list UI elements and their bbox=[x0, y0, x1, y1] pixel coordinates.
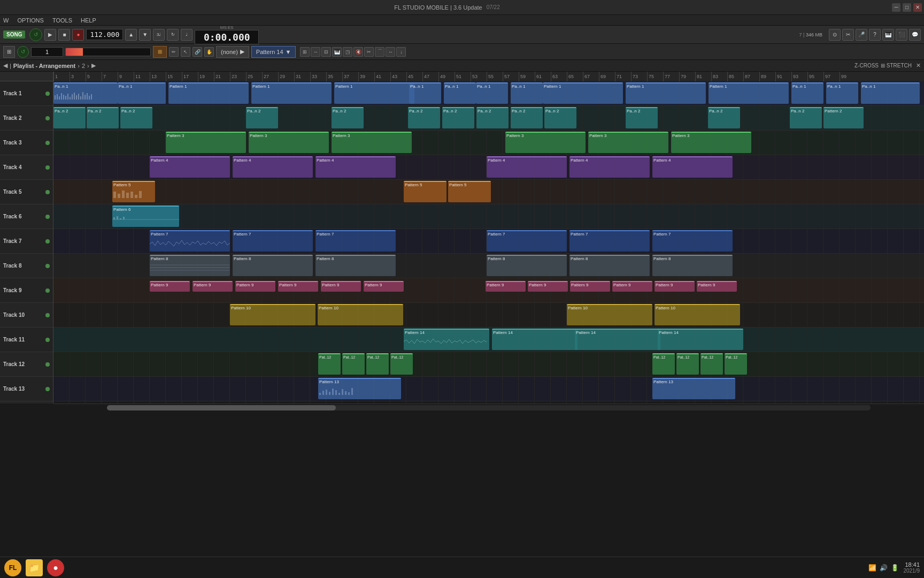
pattern-block[interactable]: Pattern 9 bbox=[654, 281, 695, 292]
pattern-block[interactable]: Pat..12 bbox=[342, 353, 365, 375]
pattern-block[interactable]: Pattern 14 bbox=[404, 329, 489, 350]
pattern-block[interactable]: Pattern 4 bbox=[315, 156, 396, 178]
pattern-block[interactable]: Pattern 7 bbox=[569, 230, 650, 252]
piano-roll-tool[interactable]: 🎹 bbox=[332, 47, 342, 57]
track-dot-8[interactable] bbox=[45, 264, 50, 268]
pattern-block[interactable]: Pattern 9 bbox=[235, 281, 275, 292]
maximize-button[interactable]: □ bbox=[903, 3, 911, 12]
track-row-11[interactable]: Pattern 14 Pattern 14 Pattern 14 Pattern… bbox=[53, 328, 924, 352]
track-row-8[interactable]: Pattern 8 Pattern 8 Pattern 8 Pattern 8 … bbox=[53, 254, 924, 278]
progress-bar[interactable] bbox=[65, 48, 151, 56]
pattern-block[interactable]: Pattern 4 bbox=[150, 156, 230, 178]
pattern-block[interactable]: Pat..12 bbox=[318, 353, 341, 375]
pattern-block[interactable]: Pattern 9 bbox=[150, 281, 190, 292]
pattern-block[interactable]: Pattern 9 bbox=[612, 281, 652, 292]
pattern-block[interactable]: Pattern 10 bbox=[567, 304, 652, 325]
track-row-13[interactable]: Pattern 13 Pattern 13 bbox=[53, 377, 924, 401]
track-row-3[interactable]: Pattern 3 Pattern 3 Pattern 3 Pattern 3 … bbox=[53, 131, 924, 155]
pattern-block[interactable]: Pa..n 2 bbox=[626, 107, 658, 128]
track-dot-11[interactable] bbox=[45, 338, 50, 342]
track-row-6[interactable]: Pattern 6 bbox=[53, 204, 924, 229]
track-row-1[interactable]: Pa..n 1 Pa..n 1 Pattern 1 Pattern 1 Patt… bbox=[53, 81, 924, 106]
pattern-block[interactable]: Pattern 1 bbox=[626, 82, 706, 104]
record-taskbar-icon[interactable]: ● bbox=[47, 559, 64, 576]
pattern-block[interactable]: Pattern 1 bbox=[334, 82, 414, 104]
pattern-block[interactable]: Pattern 14 bbox=[492, 329, 578, 350]
pattern-block[interactable]: Pattern 8 bbox=[487, 255, 567, 276]
pattern-block[interactable]: Pattern 9 bbox=[528, 281, 568, 292]
pattern-block[interactable]: Pattern 9 bbox=[486, 281, 526, 292]
save-tool[interactable]: ↓ bbox=[396, 47, 406, 57]
pattern-block[interactable]: Pattern 3 bbox=[505, 132, 586, 153]
track-dot-4[interactable] bbox=[45, 165, 50, 170]
pattern-block[interactable]: Pattern 10 bbox=[654, 304, 740, 325]
pattern-block[interactable]: Pat..12 bbox=[700, 353, 723, 375]
track-dot-12[interactable] bbox=[45, 362, 50, 367]
pattern-block[interactable]: Pattern 3 bbox=[588, 132, 668, 153]
pattern-block[interactable]: Pattern 9 bbox=[278, 281, 318, 292]
pattern-block[interactable]: Pa..n 2 bbox=[544, 107, 576, 128]
pattern-block[interactable]: Pattern 7 bbox=[652, 230, 733, 252]
pattern-block[interactable]: Pa..n 2 bbox=[708, 107, 740, 128]
plugin-tool[interactable]: ◳ bbox=[343, 47, 352, 57]
sidebar-toggle[interactable]: ⊞ bbox=[3, 46, 15, 58]
solo-tool[interactable]: ✂ bbox=[364, 47, 374, 57]
pattern-block[interactable]: Pattern 2 bbox=[823, 107, 864, 128]
separate-tool[interactable]: ↔ bbox=[311, 47, 320, 57]
snap-button[interactable]: 3♩ bbox=[153, 29, 165, 41]
channel-rack-button[interactable]: ⊞ bbox=[153, 46, 167, 58]
pattern-block[interactable]: Pattern 4 bbox=[487, 156, 567, 178]
pattern-block[interactable]: Pattern 3 bbox=[332, 132, 412, 153]
pattern-name-display[interactable]: Pattern 14 ▼ bbox=[251, 46, 296, 58]
pattern-block[interactable]: Pattern 1 bbox=[543, 82, 623, 104]
pattern-block[interactable]: Pa..n 2 bbox=[476, 107, 509, 128]
track-content[interactable]: Pa..n 1 Pa..n 1 Pattern 1 Pattern 1 Patt… bbox=[53, 81, 924, 404]
pattern-block[interactable]: Pattern 7 bbox=[150, 230, 230, 252]
pattern-block[interactable]: Pa..n 2 bbox=[332, 107, 364, 128]
playlist-close[interactable]: ✕ bbox=[916, 62, 921, 69]
pattern-block[interactable]: Pa..n 2 bbox=[511, 107, 543, 128]
pattern-block[interactable]: Pattern 5 bbox=[112, 181, 155, 202]
pattern-block[interactable]: Pat..12 bbox=[652, 353, 675, 375]
menu-item-options[interactable]: OPTIONS bbox=[16, 17, 45, 24]
pattern-block[interactable]: Pattern 9 bbox=[364, 281, 404, 292]
fl-studio-icon[interactable]: FL bbox=[4, 559, 21, 576]
pattern-block[interactable]: Pattern 8 bbox=[652, 255, 733, 276]
menu-item-help[interactable]: HELP bbox=[80, 17, 97, 24]
brush-tool[interactable]: 🔗 bbox=[192, 47, 202, 57]
playlist-nav-left[interactable]: ◀ bbox=[3, 62, 7, 69]
pitch-down-button[interactable]: ▼ bbox=[139, 29, 151, 41]
pattern-block[interactable]: Pattern 14 bbox=[575, 329, 660, 350]
pattern-block[interactable]: Pattern 13 bbox=[318, 378, 401, 399]
pattern-block[interactable]: Pat..12 bbox=[390, 353, 413, 375]
menu-item-tools[interactable]: TOOLS bbox=[51, 17, 73, 24]
pattern-block[interactable]: Pattern 13 bbox=[652, 378, 735, 399]
song-position[interactable]: 1 bbox=[31, 47, 63, 57]
pattern-block[interactable]: Pattern 4 bbox=[652, 156, 733, 178]
pan-tool[interactable]: ↔ bbox=[386, 47, 395, 57]
pattern-block[interactable]: Pattern 5 bbox=[404, 181, 446, 202]
metronome-button[interactable]: ♩ bbox=[181, 29, 192, 41]
pattern-block[interactable]: Pa..n 2 bbox=[120, 107, 152, 128]
pattern-block[interactable]: Pattern 7 bbox=[233, 230, 313, 252]
curve-tool[interactable]: ⌒ bbox=[375, 47, 384, 57]
track-row-5[interactable]: Pattern 5 Pattern 5 Pattern 5 bbox=[53, 180, 924, 204]
pattern-block[interactable]: Pattern 9 bbox=[321, 281, 361, 292]
track-dot-1[interactable] bbox=[45, 92, 50, 96]
close-button[interactable]: ✕ bbox=[913, 3, 922, 12]
pattern-block[interactable]: Pattern 3 bbox=[249, 132, 329, 153]
draw-tool[interactable]: ✏ bbox=[169, 47, 179, 57]
track-dot-6[interactable] bbox=[45, 215, 50, 219]
pattern-block[interactable]: Pattern 8 bbox=[233, 255, 313, 276]
pattern-block[interactable]: Pat..12 bbox=[725, 353, 747, 375]
pattern-block[interactable]: Pattern 4 bbox=[569, 156, 650, 178]
chat-button[interactable]: 💬 bbox=[909, 29, 921, 41]
track-dot-3[interactable] bbox=[45, 141, 50, 145]
pitch-up-button[interactable]: ▲ bbox=[125, 29, 137, 41]
track-dot-2[interactable] bbox=[45, 116, 50, 120]
playlist-snap-btn[interactable]: Z-CROSS bbox=[854, 63, 879, 69]
pattern-block[interactable]: Pa..n 2 bbox=[246, 107, 278, 128]
pattern-block[interactable]: Pat..12 bbox=[366, 353, 389, 375]
pattern-block[interactable]: Pa..n 1 bbox=[861, 82, 920, 104]
track-row-4[interactable]: Pattern 4 Pattern 4 Pattern 4 Pattern 4 … bbox=[53, 155, 924, 180]
